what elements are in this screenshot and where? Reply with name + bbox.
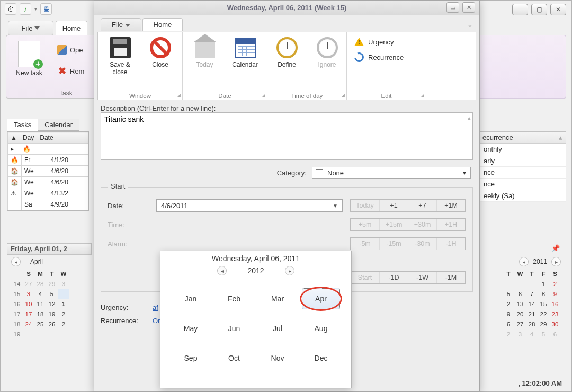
dialog-launcher-icon[interactable]: ◢ [421,93,424,98]
music-icon[interactable]: ♪ [20,3,31,15]
next-year-button[interactable]: ▸ [285,266,294,275]
list-item[interactable]: eekly (Sa) [479,190,566,202]
urgency-button[interactable]: Urgency [354,38,394,46]
month-jun[interactable]: Jun [212,314,256,343]
date-label: Date: [108,202,149,210]
minimize-button[interactable]: ▭ [446,2,459,13]
list-item[interactable]: nce [479,167,566,179]
date-value: 4/6/2011 [161,202,188,210]
list-item[interactable]: arly [479,155,566,167]
ignore-button[interactable]: Ignore [311,37,344,68]
dialog-launcher-icon[interactable]: ◢ [262,93,265,98]
picker-year[interactable]: 2012 [247,266,264,275]
month-mar[interactable]: Mar [256,284,299,314]
collapse-ribbon-button[interactable]: ⌄ [467,21,473,29]
quick-minus-1d[interactable]: -1D [379,272,408,283]
list-item[interactable]: onthly [479,144,566,155]
month-feb[interactable]: Feb [212,284,256,314]
tab-tasks[interactable]: Tasks [7,119,38,131]
x-icon: ✖ [57,66,67,76]
group-label: Time of day [267,93,346,99]
urgency-link[interactable]: af [153,304,158,311]
remove-button[interactable]: ✖ Rem [57,66,84,76]
prev-month-button[interactable]: ◂ [11,257,21,266]
table-row[interactable]: 🏠We4/6/20 [8,166,88,177]
table-row[interactable]: Sa4/9/20 [8,199,88,210]
save-close-button[interactable]: Save & close [104,37,137,76]
quick-plus-5m[interactable]: +5m [351,219,379,230]
quick-minus-15m[interactable]: -15m [379,238,408,250]
row-marker: ▸ [8,144,20,155]
bg-window-buttons: — ▢ ✕ [512,4,566,15]
month-aug[interactable]: Aug [299,314,343,343]
open-button[interactable]: Ope [57,45,83,55]
tab-calendar[interactable]: Calendar [38,119,79,131]
table-row[interactable]: 🏠We4/6/20 [8,177,88,188]
month-may[interactable]: May [169,314,212,343]
bg-file-tab[interactable]: File [8,21,53,35]
define-button[interactable]: Define [271,37,303,68]
table-row[interactable]: 🔥Fr4/1/20 [8,155,88,166]
close-button[interactable]: ✕ [462,2,475,13]
label: Ope [70,46,83,54]
quick-minus-1h[interactable]: -1H [436,238,465,250]
quick-plus-7[interactable]: +7 [408,200,436,211]
recurrence-button[interactable]: Recurrence [354,52,404,62]
col-marker[interactable]: ▲ [8,132,20,144]
close-button[interactable]: ✕ [550,4,566,15]
next-year-button[interactable]: ▸ [551,257,561,266]
month-dec[interactable]: Dec [299,343,343,373]
calendar-button[interactable]: Calendar [229,37,262,68]
date-input[interactable]: 4/6/2011 ▼ [156,199,343,212]
quick-plus-1h[interactable]: +1H [436,219,465,230]
month-jul[interactable]: Jul [256,314,299,343]
list-item[interactable]: nce [479,179,566,190]
print-icon[interactable]: 🖶 [40,3,52,15]
col-day[interactable]: Day [20,132,37,144]
calendar-icon [235,38,256,58]
quick-minus-30m[interactable]: -30m [408,238,436,250]
prev-year-button[interactable]: ◂ [217,266,227,275]
month-oct[interactable]: Oct [212,343,256,373]
mini-calendar-right[interactable]: ◂ 2011 ▸ TWTFS 12 56789 213141516 920212… [503,257,561,339]
scroll-up-icon[interactable]: ▴ [559,133,562,141]
dialog-launcher-icon[interactable]: ◢ [341,93,345,98]
today-button[interactable]: Today [189,37,221,68]
mini-calendar-left[interactable]: ◂ April SMTW 142728293 15345 161011121 1… [11,257,69,339]
dialog-launcher-icon[interactable]: ◢ [177,93,181,98]
table-row[interactable]: ⚠We4/13/2 [8,188,88,199]
document-plus-icon [18,41,40,67]
quick-minus-1m[interactable]: -1M [436,272,465,283]
month-apr[interactable]: Apr [299,284,343,314]
col-date[interactable]: Date [37,132,88,144]
quick-minus-5m[interactable]: -5m [351,238,379,250]
maximize-button[interactable]: ▢ [531,4,547,15]
scroll-up-icon[interactable]: ▴ [468,114,471,121]
new-task-button[interactable]: New task [11,41,48,77]
warning-icon [354,38,364,46]
quick-plus-1[interactable]: +1 [379,200,408,211]
quick-plus-15m[interactable]: +15m [379,219,408,230]
description-input[interactable] [101,112,473,160]
pin-icon[interactable]: 📌 [551,244,560,252]
table-row[interactable]: ▸🔥 [8,144,88,155]
quick-plus-30m[interactable]: +30m [408,219,436,230]
quick-minus-1w[interactable]: -1W [408,272,436,283]
editor-file-tab[interactable]: File [101,18,141,31]
minimize-button[interactable]: — [512,4,528,15]
time-plus-buttons: +5m +15m +30m +1H [350,218,466,231]
list-tabs: Tasks Calendar [7,119,79,131]
prev-year-button[interactable]: ◂ [519,257,529,266]
bg-home-tab[interactable]: Home [56,21,87,35]
category-select[interactable]: None ▼ [312,167,471,179]
quick-start[interactable]: Start [351,272,379,283]
quick-plus-1m[interactable]: +1M [436,200,465,211]
clock-icon[interactable]: ⏱ [5,3,16,15]
editor-home-tab[interactable]: Home [142,18,183,31]
month-sep[interactable]: Sep [169,343,212,373]
month-nov[interactable]: Nov [256,343,299,373]
tasks-grid[interactable]: ▲ Day Date ▸🔥 🔥Fr4/1/20 🏠We4/6/20 🏠We4/6… [7,131,89,211]
month-jan[interactable]: Jan [169,284,212,314]
close-button[interactable]: Close [144,37,177,76]
quick-today[interactable]: Today [351,200,379,211]
